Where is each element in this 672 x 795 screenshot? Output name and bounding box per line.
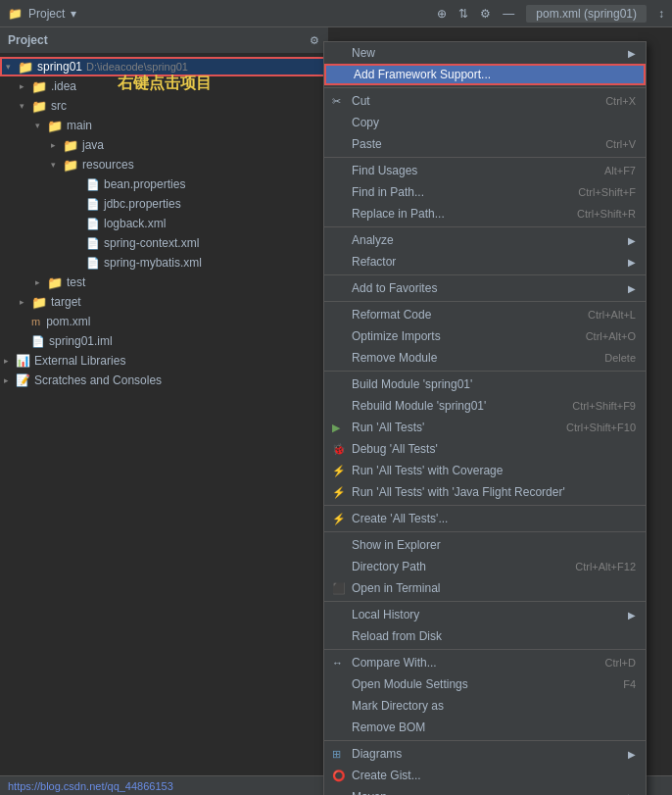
menu-item-analyze[interactable]: Analyze ▶ — [324, 229, 646, 251]
tree-item-scratches[interactable]: 📝 Scratches and Consoles — [0, 371, 327, 390]
menu-item-reload[interactable]: Reload from Disk — [324, 625, 646, 647]
tree-item-test[interactable]: 📁 test — [0, 273, 327, 292]
menu-find-usages-label: Find Usages — [352, 164, 417, 177]
menu-reload-label: Reload from Disk — [352, 629, 442, 643]
menu-new-label: New — [352, 46, 375, 60]
menu-item-cut[interactable]: ✂ Cut Ctrl+X — [324, 90, 646, 112]
menu-item-local-history[interactable]: Local History ▶ — [324, 604, 646, 625]
menu-item-maven[interactable]: m Maven ▶ — [324, 786, 646, 795]
folder-icon-target: 📁 — [31, 295, 47, 310]
file-icon-iml: 📄 — [31, 335, 45, 348]
menu-item-add-framework[interactable]: Add Framework Support... — [324, 64, 646, 85]
tree-item-spring-context[interactable]: 📄 spring-context.xml — [0, 233, 327, 253]
menu-item-copy[interactable]: Copy — [324, 112, 646, 133]
logback-label: logback.xml — [104, 217, 166, 230]
menu-item-find-usages[interactable]: Find Usages Alt+F7 — [324, 160, 646, 181]
menu-item-run-tests[interactable]: ▶ Run 'All Tests' Ctrl+Shift+F10 — [324, 417, 646, 438]
menu-reformat-label: Reformat Code — [352, 308, 431, 322]
gear-icon[interactable]: ⚙ — [480, 7, 491, 21]
tree-item-jdbc-properties[interactable]: 📄 jdbc.properties — [0, 194, 327, 214]
menu-item-directory-path[interactable]: Directory Path Ctrl+Alt+F12 — [324, 556, 646, 577]
menu-item-paste[interactable]: Paste Ctrl+V — [324, 133, 646, 155]
src-label: src — [51, 99, 67, 113]
tree-item-idea[interactable]: 📁 .idea — [0, 76, 327, 96]
separator-2 — [324, 157, 646, 158]
menu-optimize-label: Optimize Imports — [352, 329, 441, 343]
menu-run-label: Run 'All Tests' — [352, 421, 424, 434]
spring-mybatis-label: spring-mybatis.xml — [104, 256, 202, 270]
arrow-test — [35, 277, 47, 287]
menu-item-run-recorder[interactable]: ⚡ Run 'All Tests' with 'Java Flight Reco… — [324, 481, 646, 503]
tree-item-main[interactable]: 📁 main — [0, 116, 327, 135]
bean-label: bean.properties — [104, 177, 185, 191]
tree-item-logback[interactable]: 📄 logback.xml — [0, 214, 327, 233]
separator-1 — [324, 87, 646, 88]
menu-item-rebuild-module[interactable]: Rebuild Module 'spring01' Ctrl+Shift+F9 — [324, 395, 646, 417]
idea-label: .idea — [51, 79, 76, 93]
menu-item-module-settings[interactable]: Open Module Settings F4 — [324, 673, 646, 695]
title-bar-left: 📁 Project ▾ — [8, 7, 76, 21]
menu-item-new[interactable]: New ▶ — [324, 42, 646, 64]
menu-item-replace-in-path[interactable]: Replace in Path... Ctrl+Shift+R — [324, 203, 646, 224]
menu-paste-label: Paste — [352, 137, 382, 151]
tree-item-java[interactable]: 📁 java — [0, 135, 327, 155]
menu-item-create-tests[interactable]: ⚡ Create 'All Tests'... — [324, 508, 646, 529]
menu-item-create-gist[interactable]: ⭕ Create Gist... — [324, 765, 646, 786]
menu-local-history-arrow: ▶ — [628, 610, 636, 621]
arrow-scratches — [4, 375, 16, 385]
tab-arrow[interactable]: ↕ — [658, 7, 664, 21]
menu-find-path-label: Find in Path... — [352, 185, 424, 199]
menu-item-find-in-path[interactable]: Find in Path... Ctrl+Shift+F — [324, 181, 646, 203]
menu-replace-label: Replace in Path... — [352, 207, 445, 221]
menu-item-run-coverage[interactable]: ⚡ Run 'All Tests' with Coverage — [324, 460, 646, 481]
file-icon-jdbc: 📄 — [86, 198, 100, 211]
menu-favorites-label: Add to Favorites — [352, 281, 437, 295]
tree-item-src[interactable]: 📁 src — [0, 96, 327, 116]
tree-item-spring01[interactable]: 📁 spring01 D:\ideacode\spring01 — [0, 57, 327, 76]
globe-icon[interactable]: ⊕ — [437, 7, 447, 21]
tree-item-pom[interactable]: m pom.xml — [0, 312, 327, 331]
menu-rebuild-shortcut: Ctrl+Shift+F9 — [572, 400, 636, 412]
menu-item-remove-module[interactable]: Remove Module Delete — [324, 347, 646, 369]
file-icon-logback: 📄 — [86, 218, 100, 230]
header-icon-1[interactable]: ⚙ — [310, 34, 319, 47]
folder-icon-main: 📁 — [47, 119, 63, 133]
menu-item-open-terminal[interactable]: ⬛ Open in Terminal — [324, 577, 646, 599]
tree-item-resources[interactable]: 📁 resources — [0, 155, 327, 174]
tree-item-external[interactable]: 📊 External Libraries — [0, 351, 327, 371]
menu-item-show-explorer[interactable]: Show in Explorer — [324, 534, 646, 556]
iml-label: spring01.iml — [49, 334, 113, 348]
title-dropdown-icon[interactable]: ▾ — [71, 7, 76, 21]
menu-show-explorer-label: Show in Explorer — [352, 538, 441, 552]
menu-item-reformat[interactable]: Reformat Code Ctrl+Alt+L — [324, 304, 646, 325]
menu-module-settings-shortcut: F4 — [623, 678, 636, 690]
menu-item-add-favorites[interactable]: Add to Favorites ▶ — [324, 277, 646, 299]
menu-item-build-module[interactable]: Build Module 'spring01' — [324, 373, 646, 395]
title-bar: 📁 Project ▾ ⊕ ⇅ ⚙ — pom.xml (spring01) ↕ — [0, 0, 672, 27]
menu-recorder-label: Run 'All Tests' with 'Java Flight Record… — [352, 485, 565, 499]
cut-icon: ✂ — [332, 95, 341, 108]
sort-icon[interactable]: ⇅ — [458, 7, 468, 21]
menu-item-refactor[interactable]: Refactor ▶ — [324, 251, 646, 273]
menu-optimize-shortcut: Ctrl+Alt+O — [586, 330, 636, 342]
menu-item-optimize[interactable]: Optimize Imports Ctrl+Alt+O — [324, 325, 646, 347]
tree-item-target[interactable]: 📁 target — [0, 292, 327, 312]
minimize-icon[interactable]: — — [503, 7, 514, 21]
menu-gist-label: Create Gist... — [352, 769, 421, 782]
menu-item-remove-bom[interactable]: Remove BOM — [324, 717, 646, 738]
menu-item-mark-directory[interactable]: Mark Directory as — [324, 695, 646, 717]
menu-find-path-shortcut: Ctrl+Shift+F — [578, 186, 636, 198]
pom-label: pom.xml — [46, 315, 90, 328]
csdn-link[interactable]: https://blog.csdn.net/qq_44866153 — [8, 780, 173, 792]
tree-item-iml[interactable]: 📄 spring01.iml — [0, 331, 327, 351]
menu-item-diagrams[interactable]: ⊞ Diagrams ▶ — [324, 743, 646, 765]
arrow-target — [20, 297, 31, 307]
menu-item-compare[interactable]: ↔ Compare With... Ctrl+D — [324, 652, 646, 673]
menu-item-debug-tests[interactable]: 🐞 Debug 'All Tests' — [324, 438, 646, 460]
editor-tab-pom[interactable]: pom.xml (spring01) — [526, 5, 647, 23]
external-label: External Libraries — [34, 354, 125, 368]
tree-item-bean-properties[interactable]: 📄 bean.properties — [0, 174, 327, 194]
gist-icon: ⭕ — [332, 770, 346, 782]
menu-find-usages-shortcut: Alt+F7 — [604, 165, 636, 176]
tree-item-spring-mybatis[interactable]: 📄 spring-mybatis.xml — [0, 253, 327, 273]
